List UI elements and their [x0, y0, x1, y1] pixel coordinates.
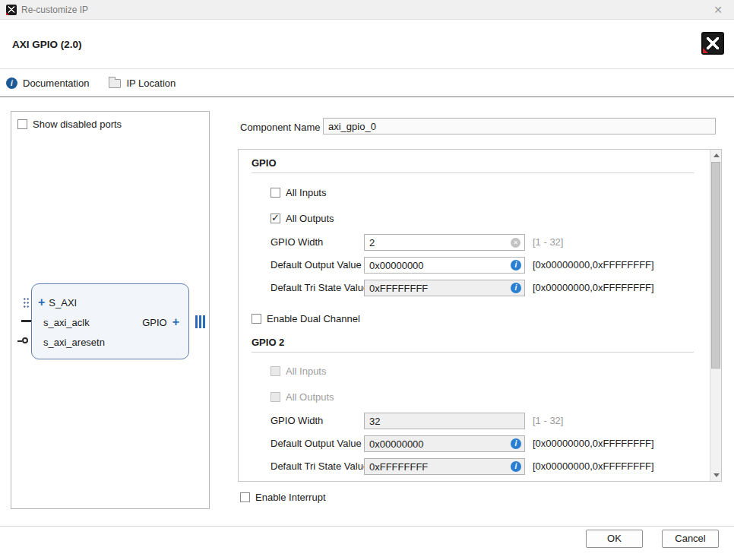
clock-pin-icon	[21, 320, 31, 322]
checkbox-icon[interactable]	[271, 188, 280, 198]
gpio-bus-icon	[195, 315, 205, 328]
enable-dual-channel-checkbox[interactable]: Enable Dual Channel	[252, 312, 360, 324]
default-tri-input	[365, 283, 511, 294]
info-icon[interactable]	[511, 283, 521, 293]
config-scrollbar[interactable]	[710, 150, 721, 481]
xilinx-logo	[701, 32, 724, 55]
interface-grip-icon	[23, 297, 30, 308]
gpio-section-header: GPIO	[252, 157, 694, 173]
show-disabled-ports-checkbox[interactable]: Show disabled ports	[17, 118, 122, 130]
block-preview-panel: Show disabled ports S_AXI s_axi_aclk s_a…	[11, 111, 210, 509]
reset-pin-icon	[22, 337, 28, 343]
show-disabled-ports-label: Show disabled ports	[33, 119, 122, 130]
default-tri-field	[364, 280, 525, 296]
gpio2-width-field	[364, 413, 525, 429]
port-gpio: GPIO	[142, 317, 167, 328]
port-s-axi-aresetn: s_axi_aresetn	[43, 337, 105, 348]
all-inputs-label: All Inputs	[286, 365, 326, 377]
documentation-icon	[6, 78, 17, 89]
gpio-all-inputs-checkbox[interactable]: All Inputs	[271, 186, 326, 198]
info-icon[interactable]	[511, 260, 521, 271]
gpio2-section-header: GPIO 2	[252, 337, 694, 353]
checkbox-checked-icon[interactable]	[271, 214, 280, 223]
enable-dual-channel-label: Enable Dual Channel	[267, 313, 360, 324]
component-name-input[interactable]	[324, 121, 715, 132]
expand-plus-icon[interactable]	[172, 317, 179, 327]
xilinx-logo-icon	[6, 5, 17, 15]
default-tri-range: [0x00000000,0xFFFFFFFF]	[533, 282, 654, 294]
gpio2-default-tri-range: [0x00000000,0xFFFFFFFF]	[533, 460, 654, 473]
cancel-button[interactable]: Cancel	[662, 530, 719, 548]
gpio2-default-tri-field	[364, 458, 525, 475]
expand-plus-icon[interactable]	[38, 297, 45, 308]
checkbox-icon[interactable]	[17, 119, 27, 129]
gpio2-default-tri-input	[365, 461, 511, 473]
gpio2-all-inputs-checkbox: All Inputs	[271, 365, 326, 377]
default-output-field[interactable]	[364, 257, 525, 274]
scroll-down-icon[interactable]	[710, 470, 722, 481]
gpio-width-label: GPIO Width	[271, 236, 323, 248]
page-title: AXI GPIO (2.0)	[12, 39, 82, 50]
enable-interrupt-checkbox[interactable]: Enable Interrupt	[240, 491, 326, 503]
documentation-label: Documentation	[23, 78, 89, 89]
ip-location-label: IP Location	[126, 78, 176, 89]
ip-block-diagram: S_AXI s_axi_aclk s_axi_aresetn GPIO	[31, 283, 189, 359]
gpio2-width-input	[365, 416, 524, 427]
window-title: Re-customize IP	[21, 5, 88, 15]
port-s-axi: S_AXI	[49, 297, 77, 308]
title-bar: Re-customize IP	[0, 0, 734, 20]
gpio2-default-output-input	[365, 438, 511, 450]
ok-button[interactable]: OK	[586, 530, 643, 548]
port-s-axi-aclk: s_axi_aclk	[43, 317, 90, 328]
default-tri-label: Default Tri State Value	[271, 282, 369, 294]
info-icon[interactable]	[511, 438, 521, 449]
all-inputs-label: All Inputs	[286, 187, 326, 198]
enable-interrupt-label: Enable Interrupt	[255, 492, 326, 503]
checkbox-disabled-icon	[271, 366, 280, 376]
checkbox-disabled-icon	[271, 392, 280, 402]
gpio-width-field[interactable]	[364, 234, 525, 251]
scrollbar-thumb[interactable]	[711, 162, 720, 369]
all-outputs-label: All Outputs	[286, 391, 334, 403]
all-outputs-label: All Outputs	[286, 213, 334, 224]
info-icon[interactable]	[511, 461, 521, 472]
scroll-up-icon[interactable]	[710, 150, 722, 161]
component-name-field[interactable]	[323, 118, 716, 134]
gpio2-default-output-field	[364, 435, 525, 452]
gpio2-width-label: GPIO Width	[271, 415, 323, 427]
clear-icon[interactable]	[511, 238, 520, 248]
default-output-range: [0x00000000,0xFFFFFFFF]	[533, 259, 654, 271]
gpio2-default-output-range: [0x00000000,0xFFFFFFFF]	[533, 438, 654, 450]
gpio2-default-tri-label: Default Tri State Value	[271, 460, 369, 473]
component-name-label: Component Name	[240, 122, 321, 134]
gpio-all-outputs-checkbox[interactable]: All Outputs	[271, 212, 334, 224]
gpio-width-input[interactable]	[365, 237, 511, 248]
config-panel: GPIO All Inputs All Outputs GPIO Width […	[238, 149, 722, 482]
documentation-button[interactable]: Documentation	[6, 78, 89, 89]
default-output-input[interactable]	[365, 260, 511, 271]
gpio2-all-outputs-checkbox: All Outputs	[271, 391, 334, 403]
folder-icon	[109, 79, 121, 88]
gpio-width-range: [1 - 32]	[533, 236, 563, 248]
close-icon[interactable]	[711, 3, 725, 17]
footer-divider	[0, 526, 734, 527]
gpio2-width-range: [1 - 32]	[533, 415, 563, 427]
default-output-label: Default Output Value	[271, 259, 362, 271]
checkbox-icon[interactable]	[252, 314, 261, 324]
ip-location-button[interactable]: IP Location	[109, 78, 176, 89]
gpio2-default-output-label: Default Output Value	[271, 438, 362, 450]
checkbox-icon[interactable]	[240, 492, 250, 502]
toolbar: Documentation IP Location	[0, 69, 734, 97]
